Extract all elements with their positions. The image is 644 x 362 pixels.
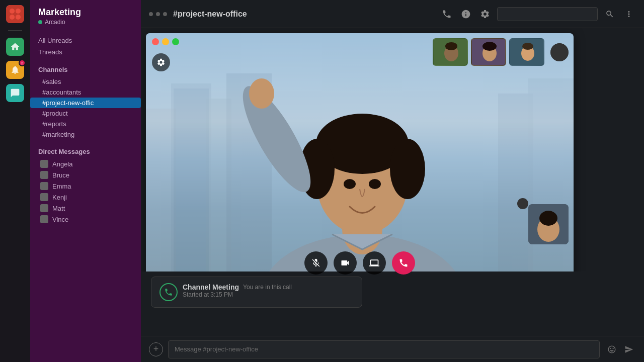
dot-1 [149,12,153,16]
svg-point-25 [445,42,457,50]
send-icon-btn[interactable] [622,342,636,356]
dm-angela-label: Angela [52,160,72,168]
camera-button[interactable] [334,251,357,275]
end-call-button[interactable] [392,251,415,275]
dm-matt-label: Matt [52,205,65,212]
header-icons [440,7,636,21]
meeting-time: Started at 3:15 PM [183,291,354,298]
dm-bruce-label: Bruce [52,171,69,179]
channel-item-reports[interactable]: #reports [30,119,141,129]
minimize-button[interactable] [162,38,169,45]
header-dots [149,12,167,16]
dm-avatar-kenji [40,193,48,201]
workspace-avatar[interactable] [6,5,24,23]
channels-icon-btn[interactable] [6,84,24,102]
channels-section: Channels #sales #accountants #project-ne… [30,60,141,142]
dm-item-matt[interactable]: Matt [30,203,141,214]
status-dot [38,20,42,24]
workspace-name: Marketing [38,7,133,18]
svg-point-18 [390,139,425,199]
dot-2 [156,12,160,16]
settings-icon-btn[interactable] [478,7,492,21]
dm-section: Direct Messages Angela Bruce Emma Kenji … [30,142,141,227]
add-button[interactable]: + [149,342,163,356]
meeting-title: Channel Meeting [183,283,239,291]
channel-header: #project-new-office [141,0,644,28]
video-main [146,33,574,285]
meeting-card: Channel Meeting You are in this call Sta… [151,277,362,308]
mute-button[interactable] [304,251,328,275]
dm-kenji-label: Kenji [52,194,67,201]
dm-item-bruce[interactable]: Bruce [30,169,141,180]
all-unreads-label: All Unreads [38,37,72,44]
content-area: Channel Meeting You are in this call Sta… [141,28,644,362]
dot-3 [163,12,167,16]
channel-item-marketing[interactable]: #marketing [30,129,141,140]
maximize-button[interactable] [172,38,179,45]
dm-item-kenji[interactable]: Kenji [30,192,141,203]
sidebar-status: Arcadio [38,19,133,26]
svg-point-22 [249,78,274,109]
main-area: #project-new-office [141,0,644,362]
person-svg [146,33,574,285]
channel-project-label: #project-new-offic [42,99,94,107]
threads-label: Threads [38,48,62,56]
more-icon-btn[interactable] [622,7,636,21]
info-icon-btn[interactable] [459,7,473,21]
dm-item-angela[interactable]: Angela [30,158,141,169]
close-button[interactable] [152,38,159,45]
participant-thumb-3[interactable] [509,38,544,66]
dm-emma-label: Emma [52,183,71,190]
channel-product-label: #product [42,110,68,117]
svg-point-1 [10,9,15,14]
home-icon-btn[interactable] [6,38,24,56]
user-name: Arcadio [45,19,65,26]
svg-point-35 [539,211,557,226]
dm-avatar-vince [40,215,48,223]
meeting-info: Channel Meeting You are in this call Sta… [183,283,354,298]
divider [8,30,22,31]
message-input[interactable] [168,340,600,358]
dm-item-emma[interactable]: Emma [30,180,141,192]
participant-thumb-2[interactable] [471,38,506,66]
participant-thumb-1[interactable] [433,38,468,66]
bottom-right-dot [517,198,528,209]
dm-avatar-matt [40,204,48,212]
svg-point-28 [482,42,497,51]
svg-point-3 [10,15,15,20]
sidebar: Marketing Arcadio All Unreads Threads Ch… [30,0,141,362]
meeting-icon [159,283,178,301]
dm-vince-label: Vince [52,216,68,223]
dm-avatar-emma [40,182,48,190]
channel-title: #project-new-office [173,10,434,19]
video-settings-button[interactable] [152,53,170,71]
message-input-bar: + [141,336,644,362]
phone-icon-btn[interactable] [440,7,454,21]
header-search-input[interactable] [497,7,598,21]
sidebar-header: Marketing Arcadio [30,0,141,29]
channel-item-project-new-office[interactable]: #project-new-offic [30,98,141,108]
chat-area: Channel Meeting You are in this call Sta… [141,272,644,362]
emoji-icon-btn[interactable] [605,342,619,356]
channel-item-accountants[interactable]: #accountants [30,87,141,98]
sidebar-item-all-unreads[interactable]: All Unreads [30,35,141,46]
dm-item-vince[interactable]: Vince [30,214,141,225]
sidebar-item-threads[interactable]: Threads [30,46,141,58]
participant-thumb-4[interactable] [550,43,569,61]
nav-section: All Unreads Threads [30,29,141,60]
channels-label: Channels [30,66,141,76]
bottom-right-participant[interactable] [528,204,569,244]
channel-marketing-label: #marketing [42,131,74,138]
video-call-window [146,33,574,285]
search-icon-btn[interactable] [603,7,617,21]
channel-item-product[interactable]: #product [30,108,141,119]
channel-item-sales[interactable]: #sales [30,76,141,87]
svg-rect-0 [6,5,24,23]
channel-sales-label: #sales [42,78,61,85]
svg-point-19 [344,179,356,189]
dm-avatar-angela [40,160,48,168]
notification-icon-btn[interactable]: 2 [6,61,24,79]
screen-share-button[interactable] [363,251,386,275]
svg-point-2 [16,9,21,14]
svg-point-21 [231,78,323,200]
